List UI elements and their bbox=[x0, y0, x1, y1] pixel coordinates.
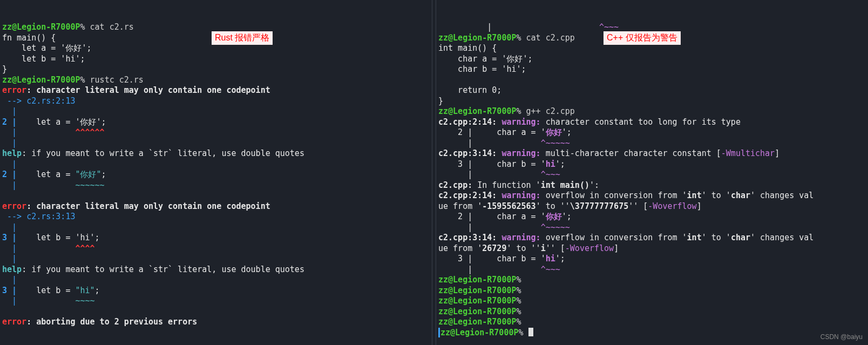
prompt-empty: zz@Legion-R7000P bbox=[438, 286, 517, 295]
gutter-line: 2 | bbox=[2, 117, 17, 127]
gutter: | bbox=[2, 296, 17, 306]
error-label: error bbox=[2, 317, 26, 327]
error-2-arrow: --> c2.rs:3:13 bbox=[2, 212, 75, 221]
gutter: | bbox=[2, 127, 17, 137]
cmd-gpp: g++ c2.cpp bbox=[526, 106, 575, 116]
cmd-cat-cpp: cat c2.cpp bbox=[526, 33, 575, 43]
overflow-gutter: | bbox=[438, 22, 599, 32]
cpp-src-0: int main() { bbox=[438, 43, 497, 53]
w4-caret: ^~~~ bbox=[541, 265, 560, 274]
warning-label: warning: bbox=[501, 233, 545, 242]
w4-code: 3 | char b = ' bbox=[438, 254, 546, 263]
gutter: | bbox=[2, 254, 17, 263]
error-1-msg: : character literal may only contain one… bbox=[26, 85, 270, 95]
left-terminal-pane[interactable]: Rust 报错严格 zz@Legion-R7000P% cat c2.rs fn… bbox=[0, 0, 432, 345]
warning-label: warning: bbox=[501, 191, 545, 200]
gutter-line: 3 | bbox=[2, 233, 17, 242]
prompt-user: zz@Legion-R7000P bbox=[438, 33, 517, 43]
error-label: error bbox=[2, 201, 26, 211]
in-fn-a: c2.cpp: bbox=[438, 180, 472, 190]
gutter-line: 2 | bbox=[2, 170, 17, 179]
cpp-src-1: char a = '你好'; bbox=[438, 54, 533, 64]
prompt-empty: zz@Legion-R7000P bbox=[438, 317, 517, 327]
gutter: | bbox=[2, 159, 17, 169]
w2-caret: ^~~~ bbox=[541, 170, 560, 179]
error-1-arrow: --> c2.rs:2:13 bbox=[2, 96, 75, 106]
prompt-user: zz@Legion-R7000P bbox=[438, 106, 517, 116]
w2-loc: c2.cpp:3:14: bbox=[438, 148, 501, 158]
cpp-src-2: char b = 'hi'; bbox=[438, 64, 526, 74]
cursor-icon bbox=[528, 328, 533, 336]
fix-1-code: let a = bbox=[17, 170, 75, 179]
error-2-code: let b = 'hi'; bbox=[17, 233, 100, 242]
cmd-rustc: rustc c2.rs bbox=[90, 75, 144, 85]
prompt-empty: zz@Legion-R7000P bbox=[438, 275, 517, 285]
help-label: help bbox=[2, 265, 22, 274]
gutter: | bbox=[2, 180, 17, 190]
gutter-line: 3 | bbox=[2, 286, 17, 295]
rust-annotation-label: Rust 报错严格 bbox=[212, 31, 273, 45]
prompt-user: zz@Legion-R7000P bbox=[2, 75, 80, 85]
w4-loc: c2.cpp:3:14: bbox=[438, 233, 501, 242]
gutter: | bbox=[2, 275, 17, 285]
w4-line2: ue from ' bbox=[438, 243, 482, 253]
split-divider[interactable] bbox=[432, 0, 436, 345]
help-2-msg: : if you meant to write a `str` literal,… bbox=[22, 265, 304, 274]
rust-src-1: let a = '你好'; bbox=[2, 43, 91, 53]
prompt-empty: zz@Legion-R7000P bbox=[438, 307, 517, 316]
help-label: help bbox=[2, 148, 22, 158]
w3-code: 2 | char a = ' bbox=[438, 212, 546, 221]
gutter: | bbox=[2, 138, 17, 148]
warning-label: warning: bbox=[501, 117, 545, 127]
w2-gutter: | bbox=[438, 170, 541, 179]
warning-label: warning: bbox=[501, 148, 545, 158]
w3-loc: c2.cpp:2:14: bbox=[438, 191, 501, 200]
cpp-src-4: return 0; bbox=[438, 85, 501, 95]
cmd-cat: cat c2.rs bbox=[90, 22, 134, 32]
w1-gutter: | bbox=[438, 138, 541, 148]
rust-src-3: } bbox=[2, 64, 7, 74]
error-2-msg: : character literal may only contain one… bbox=[26, 201, 270, 211]
fix-1-tilde: ~~~~~~ bbox=[17, 180, 105, 190]
fix-2-code: let b = bbox=[17, 286, 75, 295]
prompt-user: zz@Legion-R7000P bbox=[2, 22, 80, 32]
cpp-annotation-label: C++ 仅报告为警告 bbox=[603, 31, 681, 45]
watermark: CSDN @baiyu bbox=[820, 333, 863, 342]
fix-2-tilde: ~~~~ bbox=[17, 296, 95, 306]
help-1-msg: : if you meant to write a `str` literal,… bbox=[22, 148, 304, 158]
gutter: | bbox=[2, 222, 17, 232]
rust-src-0: fn main() { bbox=[2, 33, 56, 43]
right-terminal-pane[interactable]: C++ 仅报告为警告 | ^~~~ zz@Legion-R7000P% cat … bbox=[436, 0, 868, 345]
w2-msg: multi-character character constant [ bbox=[546, 148, 721, 158]
error-1-caret: ^^^^^^ bbox=[17, 127, 105, 137]
error-label: error bbox=[2, 85, 26, 95]
w2-flag: -Wmultichar bbox=[721, 148, 775, 158]
w1-caret: ^~~~~~ bbox=[541, 138, 570, 148]
rust-src-2: let b = 'hi'; bbox=[2, 54, 85, 64]
cpp-src-5: } bbox=[438, 96, 443, 106]
gutter: | bbox=[2, 243, 17, 253]
gutter: | bbox=[2, 106, 17, 116]
error-2-caret: ^^^^ bbox=[17, 243, 95, 253]
w2-code: 3 | char b = ' bbox=[438, 159, 546, 169]
prompt-sep: % bbox=[80, 22, 90, 32]
w4-gutter: | bbox=[438, 265, 541, 274]
error-1-code: let a = '你好'; bbox=[17, 117, 106, 127]
prompt-active: zz@Legion-R7000P bbox=[440, 328, 519, 337]
abort-msg: : aborting due to 2 previous errors bbox=[26, 317, 197, 327]
w3-line2: ue from ' bbox=[438, 201, 482, 211]
w3-gutter: | bbox=[438, 222, 541, 232]
w1-msg: character constant too long for its type bbox=[546, 117, 741, 127]
w1-code: 2 | char a = ' bbox=[438, 127, 546, 137]
prompt-empty: zz@Legion-R7000P bbox=[438, 296, 517, 306]
w1-loc: c2.cpp:2:14: bbox=[438, 117, 501, 127]
w3-caret: ^~~~~~ bbox=[541, 222, 570, 232]
overflow-caret: ^~~~ bbox=[599, 22, 619, 32]
